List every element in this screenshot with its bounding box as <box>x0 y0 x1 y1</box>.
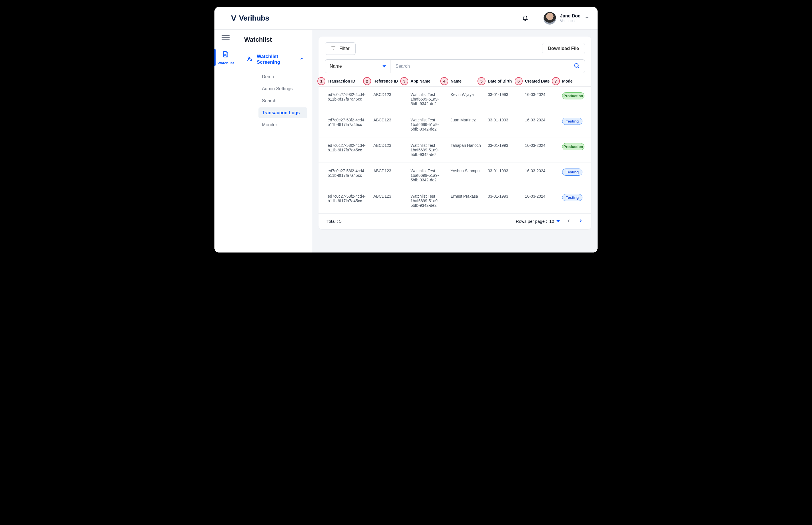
sidebar-item-monitor[interactable]: Monitor <box>259 119 307 130</box>
cell: Watchlist Test 1baf6699-51a9-5bfb-9342-d… <box>410 194 451 208</box>
mode-badge-testing: Testing <box>562 168 582 176</box>
header-right: Jane Doe Verihubs <box>522 12 590 25</box>
rail-item-watchlist[interactable]: Watchlist <box>215 50 237 65</box>
next-page-button[interactable] <box>578 218 583 224</box>
cell: Watchlist Test 1baf6699-51a9-5bfb-9342-d… <box>410 92 451 106</box>
cell: ed7c0c27-53f2-4cd4-b11b-9f17fa7a45cc <box>328 168 373 182</box>
cell: 03-01-1993 <box>488 118 525 131</box>
page-title: Watchlist <box>243 36 307 43</box>
svg-line-9 <box>578 67 579 68</box>
user-name: Jane Doe <box>560 13 580 18</box>
hamburger-icon[interactable] <box>221 35 230 40</box>
column-label: Date of Birth <box>488 79 512 84</box>
mode-badge-production: Production <box>562 143 584 150</box>
sidebar-item-admin-settings[interactable]: Admin Settings <box>259 84 307 94</box>
svg-point-3 <box>250 59 251 61</box>
search-field-select[interactable]: Name <box>325 60 391 73</box>
table-row[interactable]: ed7c0c27-53f2-4cd4-b11b-9f17fa7a45ccABCD… <box>319 163 591 188</box>
search-button[interactable] <box>569 60 585 73</box>
column-label: Reference ID <box>373 79 398 84</box>
svg-line-4 <box>251 60 252 61</box>
table-row[interactable]: ed7c0c27-53f2-4cd4-b11b-9f17fa7a45ccABCD… <box>319 87 591 112</box>
search-icon <box>574 62 580 70</box>
cell: Watchlist Test 1baf6699-51a9-5bfb-9342-d… <box>410 143 451 157</box>
content-card: Filter Download File Name <box>319 36 591 229</box>
cell: Kevin Wijaya <box>451 92 488 106</box>
user-org: Verihubs <box>560 18 580 23</box>
sidebar-item-transaction-logs[interactable]: Transaction Logs <box>259 107 307 118</box>
person-search-icon <box>246 56 253 63</box>
bell-icon[interactable] <box>522 15 528 22</box>
cell: ed7c0c27-53f2-4cd4-b11b-9f17fa7a45cc <box>328 92 373 106</box>
column-label: Name <box>451 79 462 84</box>
sidebar-section-watchlist-screening[interactable]: Watchlist Screening <box>243 51 307 68</box>
brand-mark: V <box>231 14 236 23</box>
cell: Yoshua Sitompul <box>451 168 488 182</box>
sidebar-item-search[interactable]: Search <box>259 95 307 106</box>
user-meta: Jane Doe Verihubs <box>560 13 580 23</box>
prev-page-button[interactable] <box>566 218 571 224</box>
filter-label: Filter <box>339 46 350 51</box>
main: Filter Download File Name <box>312 30 597 253</box>
cell: 16-03-2024 <box>525 143 562 157</box>
cell-mode: Testing <box>562 118 585 131</box>
column-label: Mode <box>562 79 573 84</box>
chevron-down-icon <box>584 15 590 21</box>
mode-badge-testing: Testing <box>562 194 582 201</box>
body: Watchlist Watchlist Watchlist Screeni <box>215 30 597 253</box>
sidebar-menu: DemoAdmin SettingsSearchTransaction Logs… <box>243 71 307 130</box>
chevron-up-icon <box>299 56 304 63</box>
cell: 16-03-2024 <box>525 168 562 182</box>
table-row[interactable]: ed7c0c27-53f2-4cd4-b11b-9f17fa7a45ccABCD… <box>319 188 591 214</box>
cell: ed7c0c27-53f2-4cd4-b11b-9f17fa7a45cc <box>328 194 373 208</box>
header-divider <box>536 12 536 25</box>
filter-button[interactable]: Filter <box>325 42 356 55</box>
cell-mode: Testing <box>562 168 585 182</box>
cell: ABCD123 <box>373 118 410 131</box>
sidebar: Watchlist Watchlist Screening <box>237 30 312 253</box>
cell: Watchlist Test 1baf6699-51a9-5bfb-9342-d… <box>410 118 451 131</box>
column-label: Transaction ID <box>328 79 355 84</box>
cell: Tahapari Hanoch <box>451 143 488 157</box>
cell: 03-01-1993 <box>488 168 525 182</box>
cell: ABCD123 <box>373 143 410 157</box>
document-search-icon <box>222 50 229 59</box>
filter-icon <box>331 45 336 52</box>
download-button[interactable]: Download File <box>542 43 585 54</box>
triangle-down-icon <box>382 65 386 68</box>
rail-label: Watchlist <box>218 61 234 65</box>
sidebar-item-demo[interactable]: Demo <box>259 71 307 82</box>
cell: ed7c0c27-53f2-4cd4-b11b-9f17fa7a45cc <box>328 143 373 157</box>
cell: 16-03-2024 <box>525 92 562 106</box>
mode-badge-production: Production <box>562 92 584 100</box>
cell: 03-01-1993 <box>488 92 525 106</box>
table-row[interactable]: ed7c0c27-53f2-4cd4-b11b-9f17fa7a45ccABCD… <box>319 112 591 137</box>
rows-per-page[interactable]: Rows per page : 10 <box>516 219 560 224</box>
cell: ABCD123 <box>373 168 410 182</box>
toolbar: Filter Download File <box>319 42 591 59</box>
cell: Juan Martinez <box>451 118 488 131</box>
table-row[interactable]: ed7c0c27-53f2-4cd4-b11b-9f17fa7a45ccABCD… <box>319 137 591 163</box>
total-count: Total : 5 <box>327 219 342 224</box>
app-frame: V Verihubs Jane Doe Verihubs <box>215 7 597 253</box>
column-mode: 7Mode <box>562 79 585 84</box>
table-body[interactable]: ed7c0c27-53f2-4cd4-b11b-9f17fa7a45ccABCD… <box>319 87 591 214</box>
column-number-badge: 5 <box>478 77 485 85</box>
column-label: Created Date <box>525 79 550 84</box>
left-rail: Watchlist <box>215 30 237 253</box>
cell: ABCD123 <box>373 194 410 208</box>
pager <box>566 218 583 224</box>
cell: ABCD123 <box>373 92 410 106</box>
table-footer: Total : 5 Rows per page : 10 <box>319 214 591 224</box>
svg-point-0 <box>225 54 226 56</box>
column-number-badge: 2 <box>363 77 371 85</box>
cell-mode: Production <box>562 143 585 157</box>
mode-badge-testing: Testing <box>562 118 582 125</box>
sidebar-section-label: Watchlist Screening <box>257 54 299 65</box>
brand: V Verihubs <box>231 14 269 23</box>
cell: ed7c0c27-53f2-4cd4-b11b-9f17fa7a45cc <box>328 118 373 131</box>
search-input[interactable] <box>391 60 569 73</box>
search-bar: Name <box>325 59 585 73</box>
user-menu[interactable]: Jane Doe Verihubs <box>543 12 590 25</box>
rail-active-indicator <box>215 49 216 66</box>
